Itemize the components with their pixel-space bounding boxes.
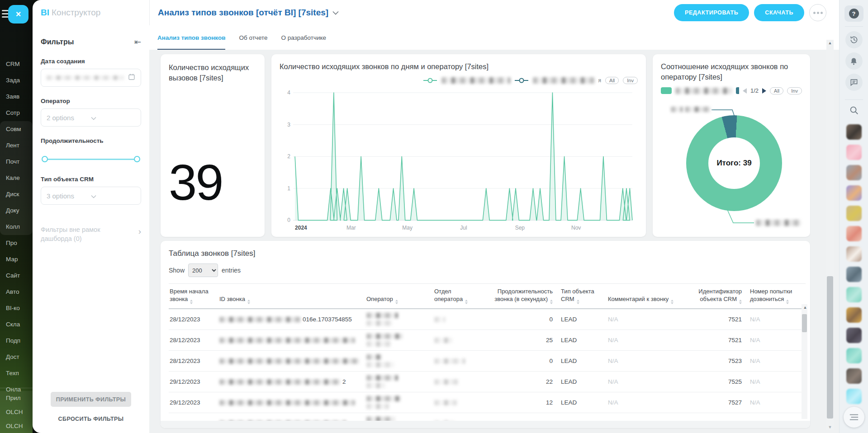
crm-type-filter-select[interactable]: 3 options [41,187,141,205]
notifications-button[interactable] [845,52,863,70]
column-header[interactable]: Продолжительность звонка (в секундах) [483,284,560,309]
legend-marker-series2[interactable] [514,78,529,83]
sidebar-item[interactable]: Авто [0,284,33,300]
svg-text:May: May [402,225,413,231]
legend-all-button[interactable]: All [605,77,619,84]
column-header[interactable]: ID звонка [218,284,365,309]
sort-icon[interactable] [550,300,553,304]
sidebar-item[interactable]: OLCH [0,419,33,433]
tab-1[interactable]: Об отчете [239,25,267,50]
column-header[interactable]: Номер попытки дозвониться [749,284,806,309]
slider-handle-max[interactable] [134,156,140,162]
sidebar-item[interactable]: Подп [0,333,33,349]
main-scrollbar-thumb[interactable] [827,276,833,419]
donut-chart[interactable]: Итого: 39 [686,115,782,211]
search-button[interactable] [849,105,859,117]
tab-0[interactable]: Анализ типов звонков [157,25,225,50]
sort-icon[interactable] [577,300,579,304]
sidebar-item[interactable]: Про [0,235,33,251]
main-scrollbar[interactable]: ▲ ▼ [826,40,834,430]
column-header[interactable]: Отдел оператора [433,284,483,309]
legend-inv-button[interactable]: Inv [623,77,638,84]
avatar[interactable] [846,287,862,302]
legend-marker-series1[interactable] [423,78,437,83]
avatar[interactable] [846,246,862,262]
close-panel-button[interactable]: × [8,5,28,24]
sidebar-item[interactable]: Зада [0,72,33,89]
sidebar-item[interactable]: Заяв [0,89,33,105]
sidebar-item[interactable]: BI-ко [0,300,33,316]
collapse-panel-icon[interactable]: ⇤ [134,37,141,47]
sidebar-item[interactable]: Прил [0,391,33,405]
donut-inv-button[interactable]: Inv [787,87,802,94]
column-header[interactable]: Комментарий к звонку [607,284,680,309]
sidebar-item[interactable]: OLCH [0,405,33,419]
date-filter-input[interactable] [41,69,141,87]
chat-button[interactable] [845,74,863,91]
title-chevron-down-icon[interactable] [332,11,339,15]
column-header[interactable]: Идентификатор объекта CRM [680,284,749,309]
sort-icon[interactable] [671,300,674,304]
slider-handle-min[interactable] [42,156,48,162]
avatar[interactable] [846,185,862,201]
apply-filters-button[interactable]: ПРИМЕНИТЬ ФИЛЬТРЫ [51,392,131,407]
avatar[interactable] [846,165,862,180]
avatar[interactable] [846,389,862,404]
history-button[interactable] [845,31,863,48]
sort-icon[interactable] [190,300,193,304]
avatar[interactable] [846,368,862,384]
help-button[interactable]: ? [844,5,863,22]
sidebar-item[interactable]: Мар [0,251,33,268]
avatar[interactable] [846,124,862,140]
sidebar-item[interactable]: CRM [0,56,33,72]
avatar[interactable] [846,267,862,282]
table-scrollbar[interactable]: ▲ [802,304,807,419]
sort-icon[interactable] [465,300,468,304]
avatar[interactable] [846,226,862,241]
operator-filter-select[interactable]: 2 options [41,108,141,127]
legend-swatch-dark-clipped[interactable] [736,87,739,94]
edit-button[interactable]: РЕДАКТИРОВАТЬ [674,4,749,21]
sidebar-item[interactable]: Доку [0,202,33,219]
table-scrollbar-thumb[interactable] [802,314,807,332]
sort-icon[interactable] [786,300,789,304]
donut-all-button[interactable]: All [770,87,783,94]
reset-filters-button[interactable]: СБРОСИТЬ ФИЛЬТРЫ [58,416,124,422]
legend-page-prev-icon[interactable] [743,88,747,94]
sidebar-item[interactable]: Колл [0,219,33,235]
legend-swatch-green[interactable] [661,87,672,94]
avatar[interactable] [846,145,862,160]
sidebar-item[interactable]: Диск [0,186,33,202]
sidebar-item[interactable]: Почт [0,154,33,170]
filters-outside-dashboard[interactable]: Фильтры вне рамок дашборда (0) › [41,226,141,243]
sidebar-item[interactable]: Лент [0,137,33,154]
user-list-button[interactable] [844,407,864,428]
avatar[interactable] [846,307,862,323]
sidebar-item[interactable]: Сотр [0,105,33,121]
download-button[interactable]: СКАЧАТЬ [754,4,804,21]
sort-icon[interactable] [395,300,398,304]
page-size-select[interactable]: 200 [188,264,218,277]
more-options-button[interactable] [809,4,826,21]
avatar[interactable] [846,206,862,221]
sidebar-item[interactable]: Техп [0,365,33,381]
tab-2[interactable]: О разработчике [281,25,326,50]
scroll-up-icon[interactable]: ▲ [826,41,834,45]
sort-icon[interactable] [739,300,742,304]
column-header[interactable]: Время начала звонка [169,284,218,309]
duration-range-slider[interactable] [42,156,140,162]
scroll-down-icon[interactable]: ▼ [826,425,834,429]
sidebar-item[interactable]: Кале [0,170,33,186]
avatar[interactable] [846,348,862,363]
table-scroll-up-icon[interactable]: ▲ [802,305,809,310]
sort-icon[interactable] [247,300,250,304]
line-chart[interactable]: 012342024MarMayJulSepNov [280,87,638,232]
sidebar-item[interactable]: Сайт [0,268,33,284]
legend-page-next-icon[interactable] [762,88,766,94]
sidebar-item[interactable]: Скла [0,316,33,333]
sidebar-item[interactable]: Совм [0,121,33,137]
avatar[interactable] [846,328,862,343]
sidebar-item[interactable]: Дост [0,349,33,365]
column-header[interactable]: Тип объекта CRM [560,284,607,309]
column-header[interactable]: Оператор [365,284,433,309]
